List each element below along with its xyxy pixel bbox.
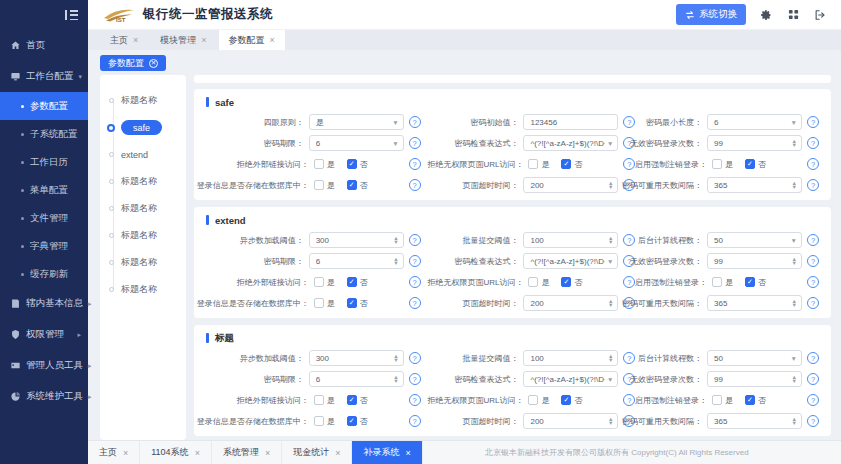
checkbox-yes[interactable]: 是 [314,180,335,191]
collapse-sidebar-icon[interactable] [65,10,78,20]
checkbox-icon[interactable] [712,395,722,405]
chevron-down-icon[interactable]: ▼ [607,258,613,265]
field-input[interactable]: 300▲▼ [309,232,404,248]
stepper-icon[interactable]: ▲▼ [792,375,797,384]
checkbox-icon[interactable] [712,277,722,287]
checkbox-yes[interactable]: 是 [712,395,733,406]
field-input[interactable]: 365▲▼ [707,177,802,193]
help-icon[interactable]: ? [409,158,421,170]
stepper-icon[interactable]: ▲▼ [608,417,613,426]
stepper-icon[interactable]: ▲▼ [393,354,398,363]
stepper-icon[interactable]: ▲▼ [792,139,797,148]
sidebar-subitem-work-calendar[interactable]: 工作日历 [0,148,88,176]
chevron-down-icon[interactable]: ▼ [607,140,613,147]
checkbox-icon[interactable]: ✓ [745,277,755,287]
close-icon[interactable]: × [405,448,410,458]
anchor-item-8[interactable]: 标题名称 [100,276,186,303]
checkbox-icon[interactable]: ✓ [347,298,357,308]
help-icon[interactable]: ? [409,394,421,406]
field-input[interactable]: 365▲▼ [707,295,802,311]
close-icon[interactable]: × [265,448,270,458]
checkbox-icon[interactable] [528,277,538,287]
field-input[interactable]: 6▼ [309,135,404,151]
bottom-tab-2[interactable]: 1104系统× [140,441,212,464]
filter-tag[interactable]: 参数配置 ✕ [100,55,166,71]
checkbox-icon[interactable]: ✓ [347,180,357,190]
checkbox-no[interactable]: ✓否 [347,416,368,427]
sidebar-subitem-menu-config[interactable]: 菜单配置 [0,176,88,204]
checkbox-icon[interactable] [314,395,324,405]
checkbox-icon[interactable]: ✓ [561,277,571,287]
anchor-item-2[interactable]: safe [100,114,186,141]
help-icon[interactable]: ? [807,394,819,406]
field-input[interactable]: 365▲▼ [707,413,802,429]
help-icon[interactable]: ? [623,276,635,288]
checkbox-icon[interactable] [314,298,324,308]
system-switch-button[interactable]: 系统切换 [676,4,746,25]
close-icon[interactable]: × [335,448,340,458]
stepper-icon[interactable]: ▲▼ [608,299,613,308]
checkbox-icon[interactable] [712,159,722,169]
top-tab-2[interactable]: 模块管理× [150,30,216,50]
field-input[interactable]: 100▲▼ [523,232,618,248]
gear-icon[interactable] [759,8,773,22]
checkbox-yes[interactable]: 是 [528,159,549,170]
field-input[interactable]: 99▲▼ [707,371,802,387]
anchor-item-6[interactable]: 标题名称 [100,222,186,249]
field-input[interactable]: ^(?![^a-zA-z]+$)(?!\D+$)[0-9A-Z...▼ [523,253,618,269]
checkbox-icon[interactable] [528,159,538,169]
help-icon[interactable]: ? [807,255,819,267]
bottom-tab-4[interactable]: 现金统计× [282,441,352,464]
field-input[interactable]: 50▼ [707,232,802,248]
checkbox-icon[interactable]: ✓ [347,277,357,287]
help-icon[interactable]: ? [807,415,819,427]
checkbox-no[interactable]: ✓否 [347,180,368,191]
close-icon[interactable]: × [201,35,206,45]
field-input[interactable]: 200▲▼ [523,413,618,429]
checkbox-no[interactable]: ✓否 [347,395,368,406]
checkbox-no[interactable]: ✓否 [561,277,582,288]
checkbox-icon[interactable]: ✓ [745,395,755,405]
stepper-icon[interactable]: ▲▼ [393,257,398,266]
close-icon[interactable]: × [195,448,200,458]
sidebar-item-permission-management[interactable]: 权限管理▸ [0,319,88,350]
sidebar-item-workbench-config[interactable]: 工作台配置▾ [0,61,88,92]
help-icon[interactable]: ? [807,137,819,149]
help-icon[interactable]: ? [807,276,819,288]
help-icon[interactable]: ? [623,158,635,170]
stepper-icon[interactable]: ▲▼ [792,181,797,190]
help-icon[interactable]: ? [807,297,819,309]
field-input[interactable]: ^(?![^a-zA-z]+$)(?!\D+$)[0-9A-Z...▼ [523,135,618,151]
checkbox-yes[interactable]: 是 [314,298,335,309]
help-icon[interactable]: ? [623,234,635,246]
anchor-item-5[interactable]: 标题名称 [100,195,186,222]
stepper-icon[interactable]: ▲▼ [608,181,613,190]
stepper-icon[interactable]: ▲▼ [608,236,613,245]
checkbox-icon[interactable] [314,159,324,169]
help-icon[interactable]: ? [807,158,819,170]
checkbox-yes[interactable]: 是 [528,277,549,288]
help-icon[interactable]: ? [409,276,421,288]
chevron-down-icon[interactable]: ▼ [791,119,797,126]
help-icon[interactable]: ? [409,116,421,128]
checkbox-icon[interactable]: ✓ [561,159,571,169]
sidebar-subitem-dict-management[interactable]: 字典管理 [0,232,88,260]
checkbox-no[interactable]: ✓否 [347,159,368,170]
stepper-icon[interactable]: ▲▼ [608,354,613,363]
help-icon[interactable]: ? [409,137,421,149]
field-input[interactable]: 99▲▼ [707,135,802,151]
stepper-icon[interactable]: ▲▼ [792,299,797,308]
checkbox-yes[interactable]: 是 [314,159,335,170]
close-icon[interactable]: × [270,35,275,45]
top-tab-3[interactable]: 参数配置× [219,30,285,50]
close-icon[interactable]: × [133,35,138,45]
field-input[interactable]: 是▼ [309,114,404,130]
help-icon[interactable]: ? [409,352,421,364]
chevron-down-icon[interactable]: ▼ [791,355,797,362]
checkbox-no[interactable]: ✓否 [745,395,766,406]
close-icon[interactable]: × [123,448,128,458]
stepper-icon[interactable]: ▲▼ [393,236,398,245]
help-icon[interactable]: ? [409,255,421,267]
help-icon[interactable]: ? [409,179,421,191]
help-icon[interactable]: ? [409,373,421,385]
